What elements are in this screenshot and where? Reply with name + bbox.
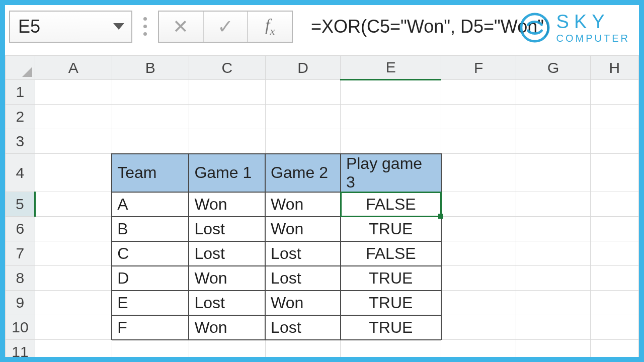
cell-B1[interactable] xyxy=(112,80,189,105)
cell-D10[interactable]: Lost xyxy=(265,315,341,340)
row-header-7[interactable]: 7 xyxy=(6,241,35,266)
insert-function-button[interactable]: fx xyxy=(247,12,292,42)
cell-C2[interactable] xyxy=(189,105,265,129)
cell-A9[interactable] xyxy=(35,291,112,315)
select-all-corner[interactable] xyxy=(6,56,35,80)
cancel-button[interactable]: ✕ xyxy=(159,12,203,42)
cell-E4[interactable]: Play game 3 xyxy=(341,154,441,192)
cell-D8[interactable]: Lost xyxy=(265,266,341,291)
cell-A5[interactable] xyxy=(35,192,112,217)
cell-H10[interactable] xyxy=(590,315,638,340)
cell-F6[interactable] xyxy=(441,217,516,241)
row-header-4[interactable]: 4 xyxy=(6,154,35,192)
cell-E10[interactable]: TRUE xyxy=(341,315,441,340)
cell-G9[interactable] xyxy=(516,291,590,315)
cell-B5[interactable]: A xyxy=(112,192,189,217)
row-header-9[interactable]: 9 xyxy=(6,291,35,315)
cell-A2[interactable] xyxy=(35,105,112,129)
cell-B2[interactable] xyxy=(112,105,189,129)
cell-H2[interactable] xyxy=(590,105,638,129)
cell-E8[interactable]: TRUE xyxy=(341,266,441,291)
spreadsheet-grid[interactable]: A B C D E F G H 1 2 3 xyxy=(5,55,639,357)
cell-B6[interactable]: B xyxy=(112,217,189,241)
cell-C8[interactable]: Won xyxy=(189,266,265,291)
cell-H1[interactable] xyxy=(590,80,638,105)
cell-D5[interactable]: Won xyxy=(265,192,341,217)
cell-G11[interactable] xyxy=(516,340,590,357)
col-header-F[interactable]: F xyxy=(441,56,516,80)
cell-G5[interactable] xyxy=(516,192,590,217)
col-header-A[interactable]: A xyxy=(35,56,112,80)
vertical-dots-icon[interactable] xyxy=(141,12,149,41)
cell-B9[interactable]: E xyxy=(112,291,189,315)
cell-F8[interactable] xyxy=(441,266,516,291)
cell-H7[interactable] xyxy=(590,241,638,266)
cell-B4[interactable]: Team xyxy=(112,154,189,192)
cell-A10[interactable] xyxy=(35,315,112,340)
cell-H3[interactable] xyxy=(590,129,638,154)
cell-C7[interactable]: Lost xyxy=(189,241,265,266)
cell-D4[interactable]: Game 2 xyxy=(265,154,341,192)
cell-H4[interactable] xyxy=(590,154,638,192)
cell-G1[interactable] xyxy=(516,80,590,105)
cell-C11[interactable] xyxy=(189,340,265,357)
col-header-B[interactable]: B xyxy=(112,56,189,80)
cell-A6[interactable] xyxy=(35,217,112,241)
cell-A4[interactable] xyxy=(35,154,112,192)
row-header-1[interactable]: 1 xyxy=(6,80,35,105)
cell-C5[interactable]: Won xyxy=(189,192,265,217)
row-header-5[interactable]: 5 xyxy=(6,192,35,217)
cell-E7[interactable]: FALSE xyxy=(341,241,441,266)
cell-H6[interactable] xyxy=(590,217,638,241)
enter-button[interactable]: ✓ xyxy=(203,12,248,42)
row-header-8[interactable]: 8 xyxy=(6,266,35,291)
cell-H5[interactable] xyxy=(590,192,638,217)
cell-A11[interactable] xyxy=(35,340,112,357)
cell-A8[interactable] xyxy=(35,266,112,291)
cell-B3[interactable] xyxy=(112,129,189,154)
cell-E6[interactable]: TRUE xyxy=(341,217,441,241)
row-header-11[interactable]: 11 xyxy=(6,340,35,357)
cell-H11[interactable] xyxy=(590,340,638,357)
cell-C6[interactable]: Lost xyxy=(189,217,265,241)
cell-B11[interactable] xyxy=(112,340,189,357)
name-box[interactable]: E5 xyxy=(9,11,132,43)
cell-G7[interactable] xyxy=(516,241,590,266)
cell-F4[interactable] xyxy=(441,154,516,192)
cell-C1[interactable] xyxy=(189,80,265,105)
cell-H8[interactable] xyxy=(590,266,638,291)
cell-G4[interactable] xyxy=(516,154,590,192)
cell-G3[interactable] xyxy=(516,129,590,154)
cell-D11[interactable] xyxy=(265,340,341,357)
cell-G6[interactable] xyxy=(516,217,590,241)
col-header-C[interactable]: C xyxy=(189,56,265,80)
chevron-down-icon[interactable] xyxy=(113,23,124,30)
cell-G2[interactable] xyxy=(516,105,590,129)
cell-C3[interactable] xyxy=(189,129,265,154)
cell-C9[interactable]: Lost xyxy=(189,291,265,315)
cell-E9[interactable]: TRUE xyxy=(341,291,441,315)
row-header-3[interactable]: 3 xyxy=(6,129,35,154)
row-header-10[interactable]: 10 xyxy=(6,315,35,340)
cell-B8[interactable]: D xyxy=(112,266,189,291)
cell-A1[interactable] xyxy=(35,80,112,105)
cell-E3[interactable] xyxy=(341,129,441,154)
cell-F1[interactable] xyxy=(441,80,516,105)
cell-C4[interactable]: Game 1 xyxy=(189,154,265,192)
cell-F9[interactable] xyxy=(441,291,516,315)
cell-F2[interactable] xyxy=(441,105,516,129)
cell-A3[interactable] xyxy=(35,129,112,154)
cell-E1[interactable] xyxy=(341,80,441,105)
col-header-H[interactable]: H xyxy=(590,56,638,80)
cell-C10[interactable]: Won xyxy=(189,315,265,340)
cell-F7[interactable] xyxy=(441,241,516,266)
col-header-G[interactable]: G xyxy=(516,56,590,80)
cell-D6[interactable]: Won xyxy=(265,217,341,241)
cell-D9[interactable]: Won xyxy=(265,291,341,315)
col-header-E[interactable]: E xyxy=(341,56,441,80)
cell-E11[interactable] xyxy=(341,340,441,357)
cell-D3[interactable] xyxy=(265,129,341,154)
cell-F5[interactable] xyxy=(441,192,516,217)
cell-D7[interactable]: Lost xyxy=(265,241,341,266)
cell-H9[interactable] xyxy=(590,291,638,315)
